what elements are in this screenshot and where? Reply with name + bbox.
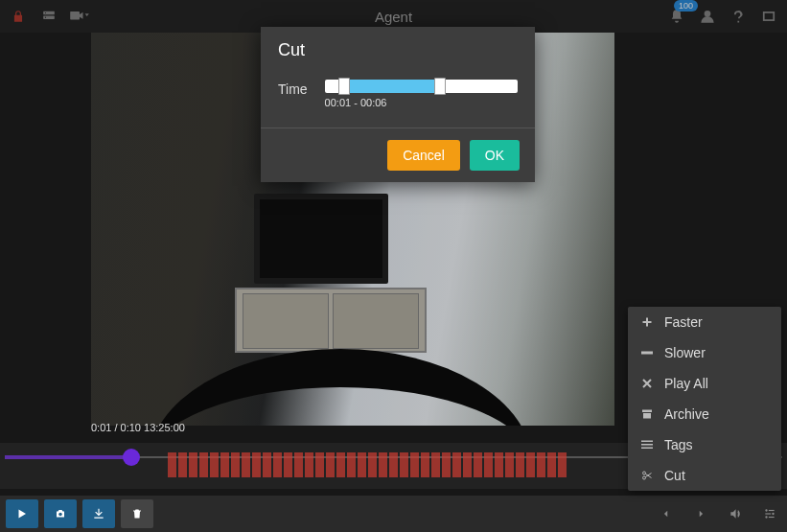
slider-handle-end[interactable]	[434, 78, 446, 95]
svg-point-8	[765, 509, 767, 511]
download-button[interactable]	[82, 499, 115, 528]
cancel-button[interactable]: Cancel	[387, 140, 460, 171]
time-label: Time	[278, 80, 308, 97]
app-root: Agent 100 0:01 / 0:10 13:25:00	[0, 0, 787, 532]
svg-rect-16	[641, 441, 653, 443]
menu-label: Archive	[664, 406, 709, 422]
slider-handle-start[interactable]	[338, 78, 350, 95]
svg-rect-17	[641, 444, 653, 446]
next-icon[interactable]	[689, 502, 712, 525]
menu-label: Faster	[664, 314, 703, 330]
timeline-played	[5, 455, 129, 459]
time-range-slider[interactable]	[325, 80, 518, 93]
menu-item-playall[interactable]: Play All	[628, 368, 781, 399]
bottom-controls	[0, 496, 787, 532]
ok-button[interactable]: OK	[470, 140, 520, 171]
plus-icon	[639, 316, 655, 328]
menu-label: Play All	[664, 376, 708, 391]
volume-icon[interactable]	[724, 502, 747, 525]
minus-icon	[639, 351, 655, 355]
snapshot-button[interactable]	[44, 499, 77, 528]
menu-label: Cut	[664, 468, 685, 483]
svg-rect-18	[641, 448, 653, 450]
menu-item-archive[interactable]: Archive	[628, 399, 781, 429]
svg-point-7	[58, 513, 62, 517]
context-menu: Faster Slower Play All Archive Tags Cut	[628, 307, 781, 491]
x-icon	[639, 378, 655, 389]
motion-bars	[168, 452, 614, 477]
range-text: 00:01 - 00:06	[325, 97, 518, 108]
menu-item-tags[interactable]: Tags	[628, 429, 781, 460]
svg-rect-9	[769, 510, 775, 511]
svg-point-10	[772, 513, 774, 515]
svg-rect-11	[765, 513, 771, 514]
play-button[interactable]	[6, 499, 38, 528]
playhead[interactable]	[123, 449, 140, 466]
archive-icon	[639, 408, 655, 420]
dialog-title: Cut	[261, 27, 535, 70]
cut-dialog: Cut Time 00:01 - 00:06 Cancel OK	[261, 27, 535, 182]
menu-item-slower[interactable]: Slower	[628, 337, 781, 368]
video-time-overlay: 0:01 / 0:10 13:25:00	[91, 422, 185, 433]
menu-label: Tags	[664, 437, 693, 452]
delete-button[interactable]	[121, 499, 153, 528]
menu-item-cut[interactable]: Cut	[628, 460, 781, 491]
svg-rect-15	[642, 410, 652, 413]
svg-point-12	[765, 516, 767, 518]
slider-fill	[342, 80, 438, 93]
settings-icon[interactable]	[758, 502, 781, 525]
prev-icon[interactable]	[655, 502, 678, 525]
menu-label: Slower	[664, 345, 706, 360]
svg-rect-13	[769, 517, 775, 518]
menu-item-faster[interactable]: Faster	[628, 307, 781, 337]
svg-rect-14	[641, 352, 653, 355]
list-icon	[639, 439, 655, 451]
scissors-icon	[639, 470, 655, 481]
